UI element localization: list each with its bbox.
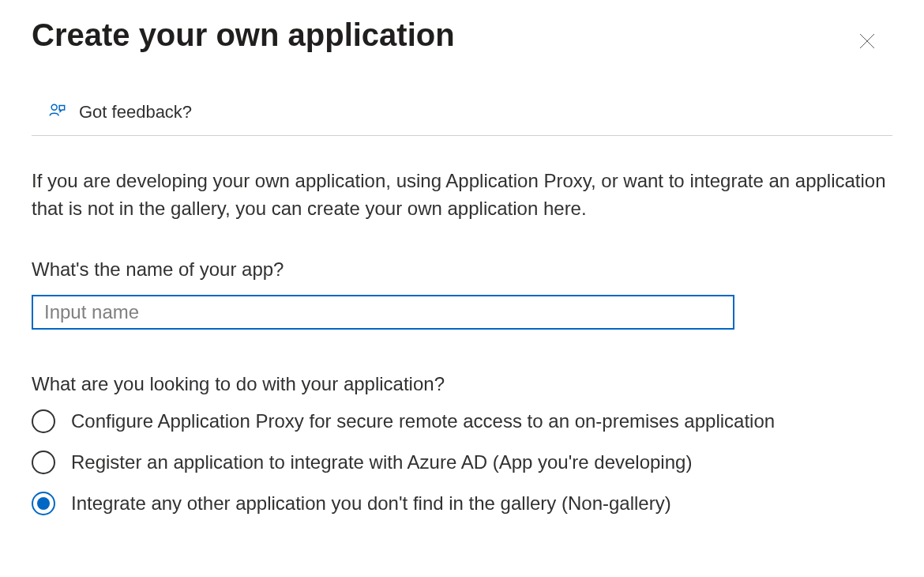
page-title: Create your own application	[32, 16, 455, 54]
app-name-input[interactable]	[32, 295, 734, 330]
feedback-link[interactable]: Got feedback?	[32, 92, 892, 136]
purpose-label: What are you looking to do with your app…	[32, 373, 892, 395]
radio-icon-selected	[32, 492, 55, 515]
feedback-icon	[47, 100, 68, 124]
create-application-panel: Create your own application Got feedback…	[0, 0, 924, 547]
svg-point-2	[51, 104, 57, 110]
panel-header: Create your own application	[32, 16, 892, 61]
panel-description: If you are developing your own applicati…	[32, 168, 892, 223]
radio-option-application-proxy[interactable]: Configure Application Proxy for secure r…	[32, 409, 892, 433]
close-icon	[858, 32, 877, 53]
radio-dot	[37, 497, 50, 510]
radio-icon	[32, 409, 55, 433]
radio-label: Register an application to integrate wit…	[71, 451, 692, 473]
radio-label: Configure Application Proxy for secure r…	[71, 410, 775, 432]
feedback-label: Got feedback?	[79, 102, 192, 123]
close-button[interactable]	[850, 24, 885, 61]
purpose-radio-group: Configure Application Proxy for secure r…	[32, 409, 892, 515]
app-name-label: What's the name of your app?	[32, 258, 892, 281]
radio-option-non-gallery[interactable]: Integrate any other application you don'…	[32, 492, 892, 515]
radio-icon	[32, 451, 55, 474]
radio-option-register-app[interactable]: Register an application to integrate wit…	[32, 451, 892, 474]
radio-label: Integrate any other application you don'…	[71, 492, 671, 515]
